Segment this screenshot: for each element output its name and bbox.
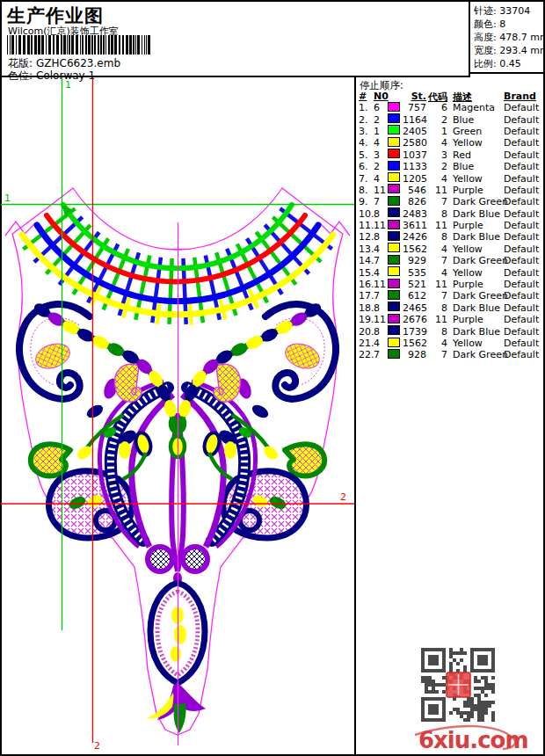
row-stitches: 1037 [403, 149, 426, 161]
stop-rows: 1.67576MagentaDefault2.211642BlueDefault… [359, 102, 544, 361]
row-needle: 11 [374, 220, 388, 231]
row-index: 3. [359, 126, 374, 137]
table-row: 22.79287Dark GreenDefault [359, 349, 544, 360]
color-swatch [388, 243, 403, 255]
row-color-desc: Dark Green [447, 349, 502, 360]
yellow-leaf [75, 444, 94, 462]
row-color-desc: Red [447, 149, 502, 161]
row-needle: 11 [374, 314, 388, 325]
row-stitches: 1562 [403, 338, 426, 349]
row-needle: 4 [374, 267, 388, 279]
row-index: 11. [359, 220, 374, 231]
stat-stitches: 针迹: 33704 [474, 4, 543, 18]
row-index: 15. [359, 267, 374, 279]
color-swatch [388, 349, 403, 361]
row-code: 4 [426, 137, 447, 149]
row-code: 4 [426, 267, 447, 279]
row-code: 7 [426, 255, 447, 266]
row-needle: 2 [374, 114, 388, 126]
row-color-desc: Dark Green [447, 290, 502, 302]
row-brand: Default [502, 255, 544, 266]
row-color-desc: Magenta [447, 102, 502, 113]
row-needle: 4 [374, 338, 388, 349]
table-row: 21.415624YellowDefault [359, 338, 544, 349]
start-label-left: 1 [4, 193, 11, 204]
color-swatch [388, 149, 403, 161]
row-brand: Default [502, 173, 544, 185]
row-index: 18. [359, 302, 374, 314]
color-swatch [388, 184, 403, 196]
yellow-paisley [115, 364, 142, 402]
row-stitches: 2426 [403, 231, 426, 243]
table-row: 16.1152111PurpleDefault [359, 279, 544, 290]
row-color-desc: Yellow [447, 338, 502, 349]
row-needle: 7 [374, 196, 388, 207]
row-stitches: 929 [403, 255, 426, 266]
row-index: 12. [359, 231, 374, 243]
row-brand: Default [502, 220, 544, 231]
row-code: 2 [426, 161, 447, 172]
row-needle: 11 [374, 185, 388, 196]
stat-height: 高度: 478.7 mm [474, 31, 543, 44]
row-index: 7. [359, 173, 374, 185]
color-swatch [388, 207, 403, 220]
row-code: 11 [426, 314, 447, 325]
row-stitches: 757 [403, 102, 426, 113]
row-stitches: 2580 [403, 137, 426, 149]
row-color-desc: Purple [447, 185, 502, 196]
row-color-desc: Purple [447, 314, 502, 325]
row-stitches: 521 [403, 279, 426, 290]
row-brand: Default [502, 126, 544, 137]
table-row: 8.1154611PurpleDefault [359, 185, 544, 196]
row-index: 1. [359, 102, 374, 113]
row-color-desc: Dark Blue [447, 326, 502, 338]
row-color-desc: Yellow [447, 244, 502, 255]
row-brand: Default [502, 208, 544, 220]
row-needle: 4 [374, 173, 388, 185]
table-row: 2.211642BlueDefault [359, 113, 544, 125]
stat-width: 宽度: 293.4 mm [474, 44, 543, 57]
row-brand: Default [502, 137, 544, 149]
row-index: 8. [359, 185, 374, 196]
row-stitches: 826 [403, 196, 426, 207]
row-brand: Default [502, 161, 544, 172]
color-swatch [388, 113, 403, 126]
color-swatch [388, 290, 403, 302]
header-left: 生产作业图 Wilcom(汇京)装饰工作室 花版:GZHC6623.emb 色位… [2, 2, 470, 77]
row-color-desc: Dark Green [447, 196, 502, 207]
table-row: 5.310373RedDefault [359, 149, 544, 161]
color-swatch [388, 302, 403, 314]
yellow-drop [119, 441, 131, 459]
side-paisley-fill [33, 339, 73, 373]
row-brand: Default [502, 185, 544, 196]
color-swatch [388, 255, 403, 267]
row-brand: Default [502, 231, 544, 243]
row-index: 9. [359, 196, 374, 207]
stop-sequence-panel: 停止顺序: # N0 St. 代码 描述 Brand 元素 1.67576Mag… [354, 77, 543, 754]
row-color-desc: Purple [447, 220, 502, 231]
row-index: 14. [359, 255, 374, 266]
row-code: 8 [426, 302, 447, 314]
table-row: 1.67576MagentaDefault [359, 102, 544, 113]
row-code: 8 [426, 231, 447, 243]
row-needle: 6 [374, 102, 388, 113]
table-row: 13.415624YellowDefault [359, 244, 544, 255]
tassel-green [174, 702, 186, 733]
color-swatch [388, 220, 403, 232]
color-swatch [388, 325, 403, 338]
row-code: 8 [426, 326, 447, 338]
row-stitches: 535 [403, 267, 426, 279]
row-index: 6. [359, 161, 374, 172]
color-swatch [388, 266, 403, 279]
row-needle: 2 [374, 161, 388, 172]
row-stitches: 1133 [403, 161, 426, 172]
row-needle: 4 [374, 244, 388, 255]
row-stitches: 928 [403, 349, 426, 360]
row-brand: Default [502, 279, 544, 290]
row-needle: 8 [374, 231, 388, 243]
color-swatch [388, 231, 403, 244]
green-scroll [31, 444, 70, 476]
row-code: 8 [426, 208, 447, 220]
row-stitches: 2676 [403, 314, 426, 325]
row-color-desc: Dark Blue [447, 231, 502, 243]
